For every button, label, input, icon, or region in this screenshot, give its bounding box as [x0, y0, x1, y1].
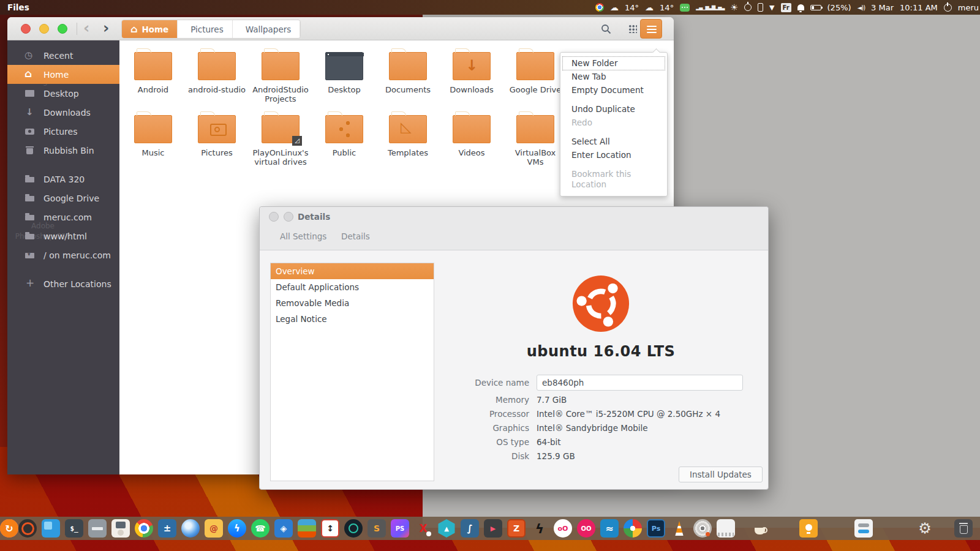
panel-date[interactable]: 3 Mar: [871, 3, 894, 12]
terminal-icon[interactable]: [65, 519, 83, 538]
menu-item-select-all[interactable]: Select All: [563, 135, 665, 148]
folder-documents[interactable]: Documents: [376, 47, 440, 110]
blue-globe-icon[interactable]: [181, 519, 200, 538]
gitkraken-icon[interactable]: [344, 519, 363, 538]
details-nav-default-applications[interactable]: Default Applications: [271, 279, 434, 295]
timer-icon[interactable]: [744, 4, 752, 11]
files-titlebar[interactable]: ‹ › Home Pictures Wallpapers: [7, 17, 674, 40]
details-nav-removable-media[interactable]: Removable Media: [271, 295, 434, 311]
menu-item-redo[interactable]: Redo: [563, 116, 665, 129]
z-app-icon[interactable]: [507, 519, 526, 538]
details-nav-legal-notice[interactable]: Legal Notice: [271, 311, 434, 327]
whatsapp-icon[interactable]: [251, 519, 270, 538]
disc-burner-icon[interactable]: [693, 519, 712, 538]
lightning-app-icon[interactable]: [530, 519, 549, 538]
forward-button[interactable]: ›: [103, 18, 109, 39]
folder-desktop[interactable]: Desktop: [312, 47, 376, 110]
folder-android[interactable]: Android: [121, 47, 185, 110]
sidebar-item-pictures[interactable]: Pictures: [7, 122, 119, 141]
volume-icon[interactable]: ◄)): [858, 4, 865, 11]
sidebar-item-rubbish-bin[interactable]: Rubbish Bin: [7, 141, 119, 160]
chrome-icon[interactable]: [135, 519, 153, 538]
pixel-app-icon[interactable]: [717, 519, 735, 538]
folder-music[interactable]: Music: [121, 110, 185, 173]
sidebar-item-meruc-com[interactable]: meruc.com: [7, 208, 119, 227]
folder-pictures[interactable]: Pictures: [185, 110, 249, 173]
grid-view-button[interactable]: [624, 21, 641, 37]
details-minimize-button[interactable]: [284, 212, 293, 222]
minimize-button[interactable]: [39, 24, 49, 34]
email-icon[interactable]: [205, 519, 223, 538]
tab-all-settings[interactable]: All Settings: [280, 231, 326, 241]
file-cabinet-icon[interactable]: [88, 519, 107, 538]
sublime-text-icon[interactable]: [368, 519, 386, 538]
postgresql-icon[interactable]: [461, 519, 479, 538]
menu-item-empty-document[interactable]: Empty Document: [563, 84, 665, 97]
sailboat-hex-icon[interactable]: [437, 519, 456, 538]
panel-user[interactable]: meru: [958, 3, 979, 12]
trash-icon[interactable]: [954, 519, 973, 538]
details-titlebar[interactable]: Details All Settings Details: [260, 207, 768, 250]
menu-item-bookmark-location[interactable]: Bookmark this Location: [563, 168, 665, 191]
ubuntu-dash-icon[interactable]: [18, 519, 37, 538]
brightness-icon[interactable]: ☀: [731, 3, 739, 12]
folder-android-studio[interactable]: android-studio: [185, 47, 249, 110]
ide-flag-icon[interactable]: [484, 519, 502, 538]
photoshop-icon[interactable]: [647, 519, 665, 538]
sidebar-item-data-320[interactable]: DATA 320: [7, 170, 119, 189]
menu-item-new-tab[interactable]: New Tab: [563, 70, 665, 83]
messenger-icon[interactable]: [228, 519, 246, 538]
phone-icon[interactable]: [758, 3, 763, 12]
path-button-pictures[interactable]: Pictures: [178, 20, 232, 38]
sidebar-item-desktop[interactable]: Desktop: [7, 84, 119, 103]
folder-androidstudioprojects[interactable]: AndroidStudioProjects: [249, 47, 312, 110]
menu-item-enter-location[interactable]: Enter Location: [563, 149, 665, 162]
weather-cloud-icon[interactable]: ☁: [610, 3, 619, 12]
notes-lightbulb-icon[interactable]: [799, 519, 818, 538]
stick-figure-app-icon[interactable]: [414, 519, 432, 538]
panel-app-name[interactable]: Files: [7, 2, 29, 12]
files-app-icon[interactable]: [42, 519, 60, 538]
folder-virtualbox-vms[interactable]: VirtualBox VMs: [503, 110, 567, 173]
path-button-wallpapers[interactable]: Wallpapers: [233, 20, 301, 38]
folder-playonlinux-virtual-drives[interactable]: PlayOnLinux's virtual drives: [249, 110, 312, 173]
close-button[interactable]: [21, 24, 31, 34]
tweaks-toggles-icon[interactable]: [854, 519, 873, 538]
phpstorm-icon[interactable]: [391, 519, 409, 538]
calculator-icon[interactable]: [158, 519, 176, 538]
details-close-button[interactable]: [269, 212, 279, 222]
install-updates-button[interactable]: Install Updates: [679, 467, 763, 482]
device-name-input[interactable]: [537, 375, 743, 391]
settings-gear-icon[interactable]: [916, 519, 934, 538]
maximize-button[interactable]: [58, 24, 67, 34]
layers-app-icon[interactable]: [298, 519, 316, 538]
keyboard-layout-indicator[interactable]: Fr: [781, 3, 791, 12]
sidebar-item-www-html[interactable]: www/html: [7, 227, 119, 246]
details-nav-overview[interactable]: Overview: [271, 263, 434, 279]
panel-time[interactable]: 10:11 AM: [900, 3, 938, 12]
sidebar-item-downloads[interactable]: Downloads: [7, 103, 119, 122]
menu-button[interactable]: [640, 19, 662, 39]
caffeine-icon[interactable]: [750, 519, 769, 538]
sidebar-item-other-locations[interactable]: Other Locations: [7, 274, 119, 293]
folder-videos[interactable]: Videos: [440, 110, 503, 173]
waveform-app-icon[interactable]: [600, 519, 619, 538]
notifications-bell-icon[interactable]: [797, 4, 804, 10]
vlc-icon[interactable]: [670, 519, 688, 538]
sidebar-item-google-drive[interactable]: Google Drive: [7, 189, 119, 208]
power-icon[interactable]: [944, 4, 952, 12]
folder-templates[interactable]: Templates: [376, 110, 440, 173]
battery-icon[interactable]: [810, 5, 821, 10]
back-button[interactable]: ‹: [83, 18, 89, 39]
sidebar-item-root-on-meruc[interactable]: / on meruc.com: [7, 246, 119, 264]
sidebar-item-recent[interactable]: Recent: [7, 46, 119, 65]
sidebar-item-home[interactable]: Home: [7, 65, 119, 84]
folder-downloads[interactable]: Downloads: [440, 47, 503, 110]
dropbox-icon[interactable]: [274, 519, 293, 538]
search-button[interactable]: [597, 21, 614, 37]
equalizer-icon[interactable]: ▂▄▁▆▃▇▂▅▃: [696, 5, 724, 10]
music-player-icon[interactable]: [111, 519, 130, 538]
chat-indicator-icon[interactable]: [680, 4, 690, 12]
menu-item-new-folder[interactable]: New Folder: [563, 57, 665, 70]
path-button-home[interactable]: Home: [122, 20, 178, 38]
